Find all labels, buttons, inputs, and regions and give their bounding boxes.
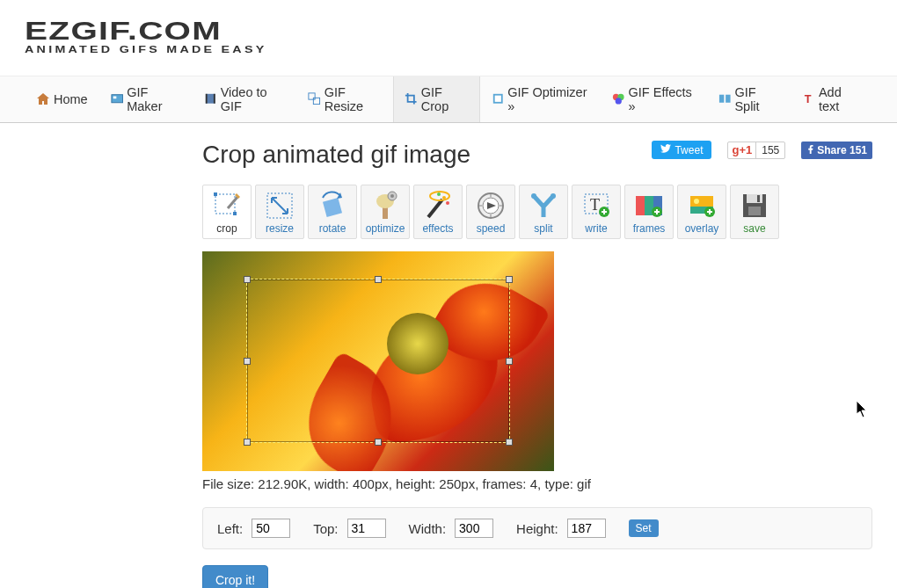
nav-crop-label: GIF Crop [421, 85, 469, 113]
page-title: Crop animated gif image [202, 141, 470, 169]
handle-n[interactable] [375, 276, 382, 283]
handle-e[interactable] [506, 358, 513, 365]
set-button[interactable]: Set [629, 519, 659, 537]
svg-rect-3 [206, 94, 208, 104]
fb-icon [806, 144, 815, 156]
speed-tool-icon [473, 191, 508, 221]
tool-write[interactable]: T write [572, 185, 621, 239]
nav-crop[interactable]: GIF Crop [393, 76, 479, 122]
height-label: Height: [516, 521, 558, 536]
left-input[interactable] [252, 519, 290, 538]
handle-nw[interactable] [244, 276, 251, 283]
svg-rect-12 [719, 95, 724, 103]
svg-rect-43 [747, 194, 762, 203]
svg-point-23 [390, 194, 394, 198]
text-nav-icon: T [802, 92, 814, 106]
main-nav: Home GIF Maker Video to GIF GIF Resize G… [0, 76, 897, 123]
svg-text:T: T [590, 196, 600, 214]
tool-frames[interactable]: frames [624, 185, 674, 239]
crop-selection[interactable] [246, 279, 510, 443]
svg-rect-13 [726, 95, 730, 103]
tool-split-label: split [534, 222, 552, 235]
fb-share-button[interactable]: Share 151 [801, 142, 872, 159]
tool-resize-label: resize [266, 222, 294, 235]
frames-tool-icon [631, 191, 667, 221]
tool-effects[interactable]: effects [413, 185, 463, 239]
site-logo[interactable]: EZGIF.COM ANIMATED GIFS MADE EASY [0, 0, 897, 62]
nav-gifmaker[interactable]: GIF Maker [99, 76, 193, 122]
tool-overlay[interactable]: overlay [677, 185, 726, 239]
nav-home-label: Home [54, 92, 88, 106]
nav-effects[interactable]: GIF Effects » [601, 76, 707, 122]
nav-optimizer[interactable]: GIF Optimizer » [480, 76, 601, 122]
tool-row: crop resize rotate optimize effects spee… [202, 185, 872, 239]
nav-video2gif-label: Video to GIF [221, 85, 286, 113]
svg-rect-34 [636, 196, 645, 215]
left-label: Left: [217, 521, 243, 536]
crop-nav-icon [405, 92, 417, 106]
svg-rect-45 [757, 195, 760, 202]
tool-optimize[interactable]: optimize [361, 185, 410, 239]
nav-addtext[interactable]: T Add text [791, 76, 872, 122]
split-nav-icon [718, 92, 731, 106]
tool-resize[interactable]: resize [255, 185, 304, 239]
width-input[interactable] [455, 519, 493, 538]
tool-save[interactable]: save [730, 185, 779, 239]
twitter-icon [660, 143, 671, 156]
tool-optimize-label: optimize [366, 222, 405, 235]
tool-overlay-label: overlay [685, 222, 719, 235]
handle-s[interactable] [375, 439, 382, 446]
nav-home[interactable]: Home [25, 76, 99, 122]
handle-w[interactable] [244, 358, 251, 365]
effects-tool-icon [420, 191, 456, 221]
optimizer-nav-icon [492, 92, 505, 106]
svg-rect-6 [314, 98, 320, 104]
top-input[interactable] [347, 519, 386, 538]
svg-rect-1 [113, 97, 116, 99]
tool-crop-label: crop [216, 222, 237, 235]
file-info: File size: 212.90K, width: 400px, height… [202, 476, 872, 491]
resize-tool-icon [262, 191, 297, 221]
crop-params: Left: Top: Width: Height: Set [202, 507, 872, 549]
handle-sw[interactable] [244, 439, 251, 446]
nav-resize-label: GIF Resize [325, 85, 383, 113]
nav-optimizer-label: GIF Optimizer » [507, 85, 589, 113]
handle-ne[interactable] [506, 276, 513, 283]
effects-nav-icon [612, 92, 625, 106]
gplus-button[interactable]: g+1 155 [727, 142, 785, 159]
tool-rotate[interactable]: rotate [308, 185, 357, 239]
logo-main: EZGIF.COM [25, 16, 897, 46]
nav-resize[interactable]: GIF Resize [296, 76, 393, 122]
svg-text:T: T [805, 93, 812, 105]
tool-write-label: write [585, 222, 607, 235]
tool-effects-label: effects [422, 222, 453, 235]
gplus-icon: g+1 [728, 143, 755, 156]
nav-split[interactable]: GIF Split [707, 76, 791, 122]
nav-split-label: GIF Split [734, 85, 779, 113]
svg-point-30 [551, 193, 556, 199]
height-input[interactable] [567, 519, 606, 538]
tweet-label: Tweet [675, 144, 703, 156]
tool-split[interactable]: split [519, 185, 568, 239]
crop-it-button[interactable]: Crop it! [202, 565, 268, 588]
write-tool-icon: T [579, 191, 614, 221]
nav-addtext-label: Add text [819, 85, 861, 113]
image-canvas[interactable] [202, 251, 554, 471]
frames-icon [111, 92, 123, 106]
svg-rect-8 [494, 96, 500, 102]
gplus-count: 155 [755, 142, 784, 158]
nav-video2gif[interactable]: Video to GIF [193, 76, 296, 122]
svg-rect-19 [323, 198, 342, 217]
handle-se[interactable] [506, 439, 513, 446]
tool-speed[interactable]: speed [466, 185, 515, 239]
svg-rect-44 [748, 207, 761, 215]
save-tool-icon [737, 191, 772, 221]
svg-rect-5 [309, 93, 315, 99]
tool-crop[interactable]: crop [202, 185, 252, 239]
svg-point-11 [616, 98, 622, 104]
tweet-button[interactable]: Tweet [652, 141, 711, 159]
resize-nav-icon [308, 92, 320, 106]
optimize-tool-icon [368, 191, 403, 221]
tool-rotate-label: rotate [319, 222, 346, 235]
svg-point-26 [437, 192, 441, 196]
